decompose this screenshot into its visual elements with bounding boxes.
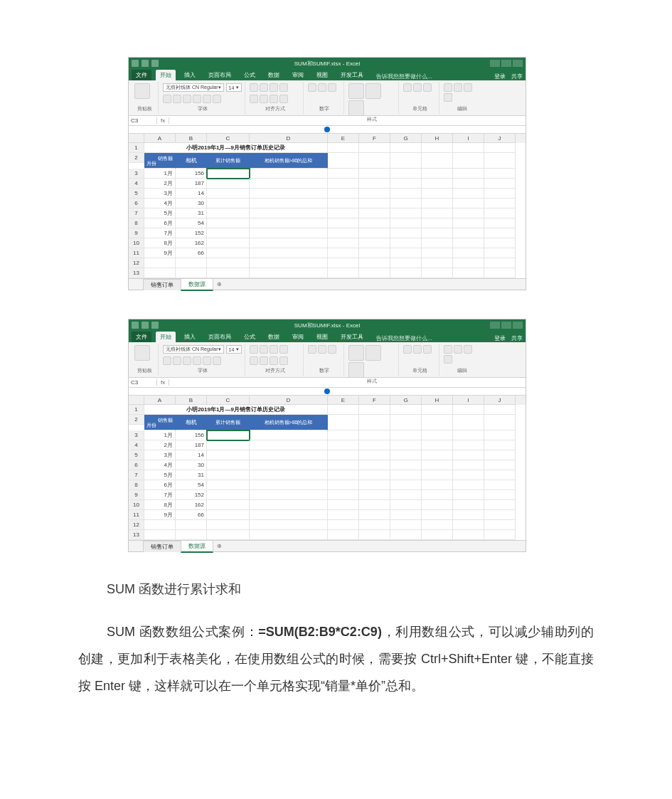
cell[interactable]	[176, 268, 207, 278]
cell[interactable]	[422, 268, 453, 278]
table-title-cell[interactable]: 小明2019年1月—9月销售订单历史记录	[144, 405, 328, 415]
cell[interactable]	[390, 405, 422, 415]
cell[interactable]	[250, 189, 328, 199]
cell[interactable]	[484, 268, 516, 278]
cell[interactable]	[359, 520, 390, 530]
cell[interactable]	[328, 169, 359, 179]
cell[interactable]	[207, 530, 250, 540]
cell-value[interactable]: 30	[176, 199, 207, 208]
cell[interactable]	[390, 490, 422, 500]
cell[interactable]	[359, 530, 390, 540]
cell[interactable]	[359, 510, 390, 520]
find-select-icon[interactable]	[444, 93, 452, 102]
cell[interactable]	[390, 258, 422, 268]
cell-month[interactable]: 3月	[144, 450, 176, 460]
cell[interactable]	[390, 500, 422, 510]
fill-icon[interactable]	[454, 345, 462, 354]
align-top-icon[interactable]	[250, 345, 258, 354]
cell[interactable]	[250, 510, 328, 520]
cell[interactable]	[484, 490, 516, 500]
cell-value[interactable]: 162	[176, 500, 207, 510]
cell[interactable]	[484, 189, 516, 199]
tab-formulas[interactable]: 公式	[240, 332, 260, 342]
cell[interactable]	[484, 440, 516, 450]
row-head[interactable]: 7	[129, 470, 144, 480]
cell[interactable]	[250, 169, 328, 179]
cell[interactable]	[328, 199, 359, 208]
close-button[interactable]	[513, 322, 523, 329]
cell[interactable]	[250, 208, 328, 218]
tab-review[interactable]: 审阅	[288, 70, 308, 80]
tab-data[interactable]: 数据	[264, 332, 284, 342]
cell-value[interactable]: 66	[176, 248, 207, 258]
cell[interactable]	[250, 218, 328, 228]
font-name-combo[interactable]: 无痕衬线体 CN Regular▾	[163, 345, 224, 354]
undo-icon[interactable]	[142, 60, 149, 67]
cell[interactable]	[250, 450, 328, 460]
cell[interactable]	[328, 450, 359, 460]
cell[interactable]	[250, 179, 328, 189]
save-icon[interactable]	[132, 322, 139, 329]
cell-value[interactable]: 162	[176, 238, 207, 248]
cell[interactable]	[453, 480, 484, 490]
cell[interactable]	[144, 268, 176, 278]
cell[interactable]	[422, 450, 453, 460]
cell[interactable]	[250, 520, 328, 530]
cell[interactable]	[453, 268, 484, 278]
col-A[interactable]: A	[144, 134, 176, 143]
cell[interactable]	[390, 530, 422, 540]
row-head[interactable]: 11	[129, 510, 144, 520]
cell-month[interactable]: 1月	[144, 430, 176, 440]
border-icon[interactable]	[193, 95, 201, 103]
cell[interactable]	[453, 430, 484, 440]
cell[interactable]	[484, 530, 516, 540]
cell[interactable]	[484, 510, 516, 520]
cell[interactable]	[207, 490, 250, 500]
cell[interactable]	[328, 238, 359, 248]
cell[interactable]	[390, 470, 422, 480]
cell[interactable]	[250, 460, 328, 470]
active-cell[interactable]	[207, 169, 250, 179]
cell[interactable]	[250, 490, 328, 500]
cell[interactable]	[328, 248, 359, 258]
col-E[interactable]: E	[328, 396, 359, 405]
cell[interactable]	[422, 470, 453, 480]
fill-color-icon[interactable]	[203, 356, 211, 365]
cell[interactable]	[359, 208, 390, 218]
cell[interactable]	[250, 238, 328, 248]
sheet-tab-orders[interactable]: 销售订单	[143, 541, 181, 552]
header-cell-camera[interactable]: 相机	[176, 153, 207, 169]
fill-color-icon[interactable]	[203, 95, 211, 103]
cell[interactable]	[422, 480, 453, 490]
cell[interactable]	[328, 470, 359, 480]
cell[interactable]	[359, 405, 390, 415]
cell-value[interactable]: 156	[176, 430, 207, 440]
comma-icon[interactable]	[328, 83, 336, 92]
cell[interactable]	[207, 218, 250, 228]
cell[interactable]	[207, 189, 250, 199]
cell[interactable]	[359, 189, 390, 199]
cell[interactable]	[359, 228, 390, 238]
cell[interactable]	[422, 199, 453, 208]
cell[interactable]	[390, 480, 422, 490]
cell[interactable]	[390, 510, 422, 520]
cell[interactable]	[422, 520, 453, 530]
row-head[interactable]: 5	[129, 450, 144, 460]
cell-month[interactable]: 9月	[144, 510, 176, 520]
percent-icon[interactable]	[318, 83, 326, 92]
cell[interactable]	[484, 143, 516, 153]
row-head[interactable]: 3	[129, 430, 144, 440]
cell[interactable]	[453, 405, 484, 415]
cell[interactable]	[422, 405, 453, 415]
cell[interactable]	[250, 199, 328, 208]
cell[interactable]	[453, 470, 484, 480]
cell-value[interactable]: 152	[176, 490, 207, 500]
cell[interactable]	[453, 248, 484, 258]
tab-view[interactable]: 视图	[312, 70, 332, 80]
paste-icon[interactable]	[134, 345, 150, 361]
col-J[interactable]: J	[484, 396, 516, 405]
header-cell-gt80[interactable]: 相机销售额>80的总和	[250, 153, 328, 169]
header-cell-camera[interactable]: 相机	[176, 415, 207, 430]
cell[interactable]	[453, 153, 484, 169]
cell[interactable]	[328, 510, 359, 520]
